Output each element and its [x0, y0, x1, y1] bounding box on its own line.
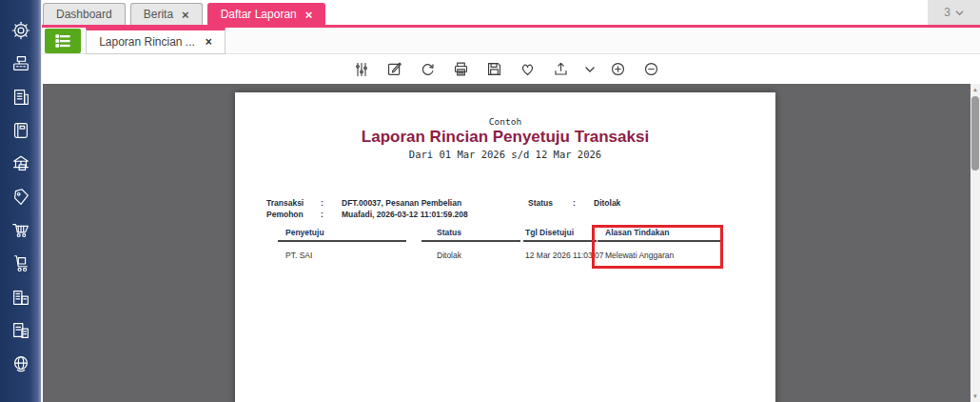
sliders-icon[interactable]	[351, 59, 372, 80]
tab-label: Dashboard	[56, 8, 112, 21]
bank-icon[interactable]	[4, 147, 37, 180]
table-cell: PT. SAI	[278, 251, 406, 260]
report-toolbar	[42, 54, 970, 84]
office-building-icon[interactable]	[4, 280, 37, 313]
report-fields-left: Transaksi : DFT.00037, Pesanan Pembelian…	[266, 197, 468, 220]
report-watermark: Contoh	[235, 116, 775, 127]
scroll-down-arrow-icon[interactable]: ▼	[970, 391, 980, 402]
tab-berita[interactable]: Berita ×	[130, 3, 203, 25]
save-icon[interactable]	[484, 59, 505, 80]
close-icon[interactable]: ×	[305, 9, 313, 21]
tab-dashboard[interactable]: Dashboard	[43, 3, 126, 25]
field-value: Ditolak	[594, 198, 620, 208]
scrollbar-thumb[interactable]	[971, 96, 979, 171]
price-tag-icon[interactable]	[4, 180, 37, 213]
zoom-out-icon[interactable]	[641, 59, 662, 80]
vertical-scrollbar[interactable]: ▲ ▼	[970, 84, 980, 402]
field-separator: :	[321, 210, 342, 219]
column-header: Alasan Tindakan	[598, 228, 720, 242]
hand-truck-icon[interactable]	[4, 247, 37, 280]
table-cell: Melewati Anggaran	[598, 251, 720, 260]
column-header: Tgl Disetujui	[523, 228, 597, 242]
tax-document-icon[interactable]	[4, 313, 37, 347]
export-icon[interactable]	[551, 59, 572, 80]
report-page: Contoh Laporan Rincian Penyetuju Transak…	[235, 92, 775, 402]
field-separator: :	[321, 198, 342, 208]
cash-register-icon[interactable]	[4, 47, 37, 80]
report-tab-bar: Laporan Rincian ... ×	[42, 28, 980, 54]
report-viewer: Contoh Laporan Rincian Penyetuju Transak…	[43, 84, 970, 402]
field-value: Muafadi, 2026-03-12 11:01:59.208	[342, 210, 468, 219]
tab-laporan-rincian[interactable]: Laporan Rincian ... ×	[86, 28, 225, 54]
report-list-button[interactable]	[45, 29, 81, 53]
chevron-down-icon[interactable]	[584, 59, 596, 80]
close-icon[interactable]: ×	[182, 9, 189, 21]
table-cell: Ditolak	[421, 251, 520, 260]
print-icon[interactable]	[451, 59, 472, 80]
report-title: Laporan Rincian Penyetuju Transaksi	[235, 128, 775, 147]
column-header: Penyetuju	[278, 228, 406, 242]
field-transaksi: Transaksi : DFT.00037, Pesanan Pembelian	[266, 197, 468, 209]
zoom-in-icon[interactable]	[608, 59, 629, 80]
field-pemohon: Pemohon : Muafadi, 2026-03-12 11:01:59.2…	[266, 209, 468, 220]
table-column-status: Status Ditolak	[421, 228, 520, 260]
tab-daftar-laporan[interactable]: Daftar Laporan ×	[207, 3, 326, 25]
field-label: Transaksi	[266, 198, 321, 208]
table-column-alasan-tindakan: Alasan Tindakan Melewati Anggaran	[598, 228, 720, 260]
edit-icon[interactable]	[384, 59, 405, 80]
app-window: Dashboard Berita × Daftar Laporan × 3 La…	[0, 0, 980, 402]
scroll-up-arrow-icon[interactable]: ▲	[970, 84, 980, 95]
field-value: DFT.00037, Pesanan Pembelian	[342, 198, 461, 208]
tab-overflow-dropdown[interactable]: 3	[928, 0, 980, 25]
field-label: Pemohon	[266, 210, 321, 219]
list-icon	[54, 33, 71, 49]
globe-icon[interactable]	[4, 347, 37, 380]
tab-label: Berita	[144, 8, 173, 21]
gear-icon[interactable]	[4, 13, 37, 47]
approver-table: Penyetuju PT. SAI Status Ditolak Tgl Dis…	[235, 228, 775, 285]
favorite-icon[interactable]	[518, 59, 539, 80]
tab-label: Laporan Rincian ...	[99, 35, 195, 49]
report-fields-right: Status : Ditolak	[528, 197, 620, 209]
field-separator: :	[573, 198, 594, 208]
shopping-cart-icon[interactable]	[4, 213, 37, 247]
journal-book-icon[interactable]	[4, 113, 37, 147]
close-icon[interactable]: ×	[206, 35, 212, 49]
chevron-down-icon	[955, 10, 964, 16]
tab-overflow-count: 3	[944, 6, 951, 19]
refresh-icon[interactable]	[418, 59, 439, 80]
field-status: Status : Ditolak	[528, 197, 620, 209]
sidebar	[0, 0, 42, 402]
tab-label: Daftar Laporan	[221, 8, 297, 21]
table-column-tgl-disetujui: Tgl Disetujui 12 Mar 2026 11:03:07	[523, 228, 597, 260]
report-date-range: Dari 01 Mar 2026 s/d 12 Mar 2026	[235, 149, 775, 160]
column-header: Status	[421, 228, 520, 242]
main-tab-bar: Dashboard Berita × Daftar Laporan × 3	[42, 0, 980, 28]
table-cell: 12 Mar 2026 11:03:07	[523, 251, 597, 260]
company-report-icon[interactable]	[4, 80, 37, 113]
table-column-penyetuju: Penyetuju PT. SAI	[278, 228, 406, 260]
field-label: Status	[528, 198, 573, 208]
